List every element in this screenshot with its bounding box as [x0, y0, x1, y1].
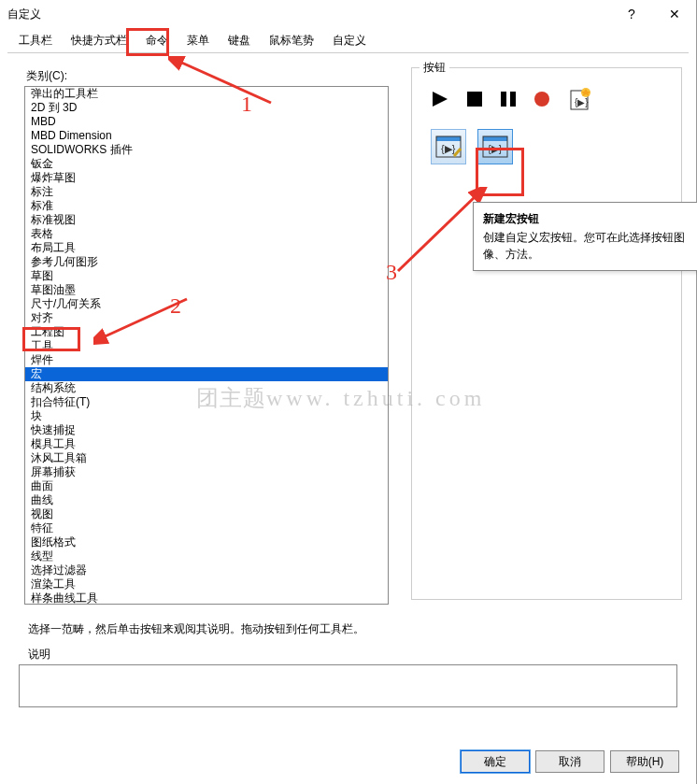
category-item[interactable]: 爆炸草图 — [25, 171, 388, 185]
category-item[interactable]: 布局工具 — [25, 241, 388, 255]
tooltip-title: 新建宏按钮 — [483, 210, 690, 227]
category-item[interactable]: 视图 — [25, 507, 388, 521]
category-item[interactable]: 图纸格式 — [25, 535, 388, 549]
svg-rect-3 — [510, 92, 516, 107]
pause-icon[interactable] — [500, 91, 517, 110]
category-item[interactable]: 标注 — [25, 185, 388, 199]
category-item[interactable]: 草图 — [25, 269, 388, 283]
dialog-footer: 确定 取消 帮助(H) — [461, 750, 679, 773]
tab-strip: 工具栏快捷方式栏命令菜单键盘鼠标笔势自定义 — [0, 28, 696, 52]
category-item[interactable]: 焊件 — [25, 353, 388, 367]
cancel-button[interactable]: 取消 — [535, 750, 605, 773]
svg-rect-1 — [467, 92, 482, 107]
category-item[interactable]: 特征 — [25, 521, 388, 535]
categories-listbox[interactable]: 弹出的工具栏2D 到 3DMBDMBD DimensionSOLIDWORKS … — [24, 86, 389, 605]
category-item[interactable]: 工程图 — [25, 325, 388, 339]
tab-1[interactable]: 快捷方式栏 — [62, 29, 136, 52]
tab-2[interactable]: 命令 — [136, 29, 178, 52]
tab-0[interactable]: 工具栏 — [9, 29, 62, 52]
close-button[interactable]: ✕ — [653, 0, 696, 28]
category-item[interactable]: 表格 — [25, 227, 388, 241]
category-item[interactable]: 弹出的工具栏 — [25, 87, 388, 101]
svg-rect-10 — [436, 136, 461, 141]
category-item[interactable]: 2D 到 3D — [25, 101, 388, 115]
customize-dialog: 自定义 ? ✕ 工具栏快捷方式栏命令菜单键盘鼠标笔势自定义 类别(C): 弹出的… — [0, 0, 697, 784]
description-box — [19, 664, 677, 707]
category-item[interactable]: SOLIDWORKS 插件 — [25, 143, 388, 157]
category-item[interactable]: 工具 — [25, 339, 388, 353]
category-item[interactable]: 钣金 — [25, 157, 388, 171]
category-item[interactable]: 宏 — [25, 367, 388, 381]
svg-text:{▶}: {▶} — [575, 97, 589, 107]
category-item[interactable]: 曲面 — [25, 479, 388, 493]
help-button[interactable]: ? — [610, 0, 653, 28]
category-item[interactable]: 对齐 — [25, 311, 388, 325]
record-icon[interactable] — [533, 91, 550, 110]
category-item[interactable]: 曲线 — [25, 493, 388, 507]
category-item[interactable]: 沐风工具箱 — [25, 451, 388, 465]
category-item[interactable]: 尺寸/几何关系 — [25, 297, 388, 311]
category-item[interactable]: MBD Dimension — [25, 129, 388, 143]
tooltip: 新建宏按钮 创建自定义宏按钮。您可在此选择按钮图像、方法。 — [473, 202, 697, 271]
tab-6[interactable]: 自定义 — [323, 29, 376, 52]
macro-icons-row2: {▶} {▶} — [425, 129, 668, 164]
svg-rect-14 — [483, 136, 507, 141]
category-item[interactable]: MBD — [25, 115, 388, 129]
tab-5[interactable]: 鼠标笔势 — [260, 29, 323, 52]
category-item[interactable]: 扣合特征(T) — [25, 395, 388, 409]
category-item[interactable]: 线型 — [25, 549, 388, 563]
category-item[interactable]: 结构系统 — [25, 381, 388, 395]
new-macro-button[interactable]: {▶} — [477, 129, 513, 164]
help-icon: ? — [628, 7, 635, 21]
tab-4[interactable]: 键盘 — [219, 29, 260, 52]
category-item[interactable]: 块 — [25, 409, 388, 423]
category-item[interactable]: 模具工具 — [25, 437, 388, 451]
category-item[interactable]: 选择过滤器 — [25, 563, 388, 577]
window-title: 自定义 — [7, 7, 41, 22]
svg-rect-2 — [501, 92, 506, 107]
category-item[interactable]: 样条曲线工具 — [25, 592, 388, 605]
titlebar: 自定义 ? ✕ — [0, 0, 696, 28]
buttons-group-title: 按钮 — [420, 60, 449, 76]
category-item[interactable]: 标准 — [25, 199, 388, 213]
tab-3[interactable]: 菜单 — [178, 29, 219, 52]
macro-icons-row1: {▶} — [425, 87, 668, 114]
stop-icon[interactable] — [466, 91, 483, 110]
description-label: 说明 — [28, 647, 696, 663]
category-item[interactable]: 屏幕捕获 — [25, 465, 388, 479]
close-icon: ✕ — [669, 7, 680, 21]
category-item[interactable]: 标准视图 — [25, 213, 388, 227]
svg-marker-0 — [433, 92, 448, 107]
instruction-text: 选择一范畴，然后单击按钮来观阅其说明。拖动按钮到任何工具栏。 — [28, 621, 696, 637]
ok-button[interactable]: 确定 — [461, 750, 530, 773]
category-item[interactable]: 草图油墨 — [25, 283, 388, 297]
help-button-footer[interactable]: 帮助(H) — [610, 750, 679, 773]
category-item[interactable]: 渲染工具 — [25, 577, 388, 592]
category-item[interactable]: 快速捕捉 — [25, 423, 388, 437]
svg-point-4 — [534, 92, 549, 107]
tooltip-body: 创建自定义宏按钮。您可在此选择按钮图像、方法。 — [483, 231, 685, 261]
play-icon[interactable] — [431, 90, 449, 111]
edit-macro-button[interactable]: {▶} — [431, 129, 466, 164]
svg-text:{▶}: {▶} — [441, 143, 456, 154]
category-item[interactable]: 参考几何图形 — [25, 255, 388, 269]
buttons-panel-wrapper: 按钮 {▶} — [411, 67, 682, 600]
svg-text:{▶}: {▶} — [488, 143, 503, 154]
new-macro-file-icon[interactable]: {▶} — [567, 87, 591, 114]
buttons-groupbox: 按钮 {▶} — [411, 67, 682, 600]
